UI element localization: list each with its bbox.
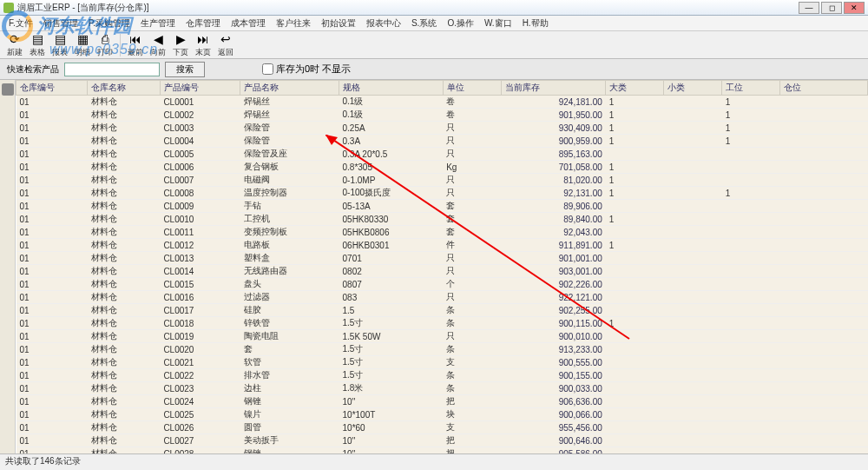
menu-item[interactable]: P.采购管理: [83, 17, 135, 30]
toolbar-button[interactable]: ▤表格: [26, 31, 49, 58]
table-row[interactable]: 01材料仓CL0016过滤器083只922,121.00: [16, 291, 868, 304]
table-row[interactable]: 01材料仓CL0012电路板06HKB0301件911,891.001: [16, 239, 868, 252]
table-row[interactable]: 01材料仓CL0004保险管0.3A只900,959.0011: [16, 135, 868, 148]
column-header[interactable]: 小类: [664, 81, 722, 96]
minimize-button[interactable]: —: [799, 2, 819, 14]
table-row[interactable]: 01材料仓CL0010工控机05HK80330套89,840.001: [16, 213, 868, 226]
menu-item[interactable]: 成本管理: [226, 17, 271, 30]
cell: 陶瓷电阻: [240, 330, 339, 343]
cell: 01: [16, 239, 88, 252]
table-row[interactable]: 01材料仓CL0003保险管0.25A只930,409.0011: [16, 122, 868, 135]
column-header[interactable]: 工位: [722, 81, 780, 96]
close-button[interactable]: ✕: [844, 2, 865, 14]
cell: 0-1.0MP: [339, 174, 444, 187]
toolbar-label: 最前: [128, 47, 143, 58]
cell: [606, 278, 664, 291]
toolbar-button[interactable]: ↩返回: [214, 31, 237, 58]
cell: [780, 317, 868, 330]
column-header[interactable]: 产品名称: [240, 81, 339, 96]
table-row[interactable]: 01材料仓CL0017硅胶1.5条902,255.00: [16, 304, 868, 317]
menu-bar: F.文件销售管理P.采购管理生产管理仓库管理成本管理客户往来初始设置报表中心S.…: [0, 16, 868, 31]
cell: 只: [443, 330, 501, 343]
table-row[interactable]: 01材料仓CL0005保险管及座0.3A 20*0.5只895,163.00: [16, 148, 868, 161]
cell: 条: [443, 343, 501, 356]
table-row[interactable]: 01材料仓CL0007电磁阀0-1.0MP只81,020.001: [16, 174, 868, 187]
toolbar-button[interactable]: ▤报表: [49, 31, 71, 58]
sidebar-nav-icon[interactable]: [2, 83, 14, 96]
toolbar-button[interactable]: ⎙打印: [94, 31, 116, 58]
table-row[interactable]: 01材料仓CL0024钢锉10"把906,636.00: [16, 395, 868, 408]
table-row[interactable]: 01材料仓CL0019陶瓷电阻1.5K 50W只900,010.00: [16, 330, 868, 343]
table-row[interactable]: 01材料仓CL0028钢锉10"把905,586.00: [16, 447, 868, 454]
column-header[interactable]: 仓库名称: [88, 81, 161, 96]
table-row[interactable]: 01材料仓CL0026圆管10*60支955,456.00: [16, 421, 868, 434]
column-header[interactable]: 仓位: [780, 81, 868, 96]
table-row[interactable]: 01材料仓CL0008温度控制器0-100摄氏度只92,131.0011: [16, 187, 868, 200]
cell: 92,043.00: [501, 226, 606, 239]
column-header[interactable]: 仓库编号: [16, 81, 88, 96]
cell: [780, 421, 868, 434]
hide-zero-checkbox-label[interactable]: 库存为0时 不显示: [262, 63, 351, 76]
column-header[interactable]: 单位: [443, 81, 501, 96]
toolbar-label: 向前: [150, 47, 166, 58]
toolbar-button[interactable]: ⟳新建: [3, 31, 26, 58]
menu-item[interactable]: 报表中心: [361, 17, 406, 30]
search-button[interactable]: 搜索: [165, 62, 205, 77]
table-row[interactable]: 01材料仓CL0013塑料盒0701只901,001.00: [16, 252, 868, 265]
column-header[interactable]: 产品编号: [160, 81, 240, 96]
menu-item[interactable]: 生产管理: [135, 17, 181, 30]
table-row[interactable]: 01材料仓CL0022排水管1.5寸条900,155.00: [16, 369, 868, 382]
toolbar-button[interactable]: ◀向前: [147, 31, 169, 58]
table-row[interactable]: 01材料仓CL0020套1.5寸条913,233.00: [16, 343, 868, 356]
table-row[interactable]: 01材料仓CL0009手钻05-13A套89,906.00: [16, 200, 868, 213]
menu-item[interactable]: S.系统: [406, 17, 442, 30]
cell: CL0015: [160, 278, 240, 291]
cell: [780, 356, 868, 369]
cell: [780, 330, 868, 343]
menu-item[interactable]: 客户往来: [271, 17, 316, 30]
toolbar-button[interactable]: ⏮最前: [124, 31, 147, 58]
search-input[interactable]: [64, 63, 160, 76]
toolbar-button[interactable]: ▶下页: [169, 31, 192, 58]
cell: 块: [443, 408, 501, 421]
cell: 保险管及座: [240, 148, 339, 161]
menu-item[interactable]: O.操作: [442, 17, 479, 30]
table-row[interactable]: 01材料仓CL0001焊锡丝0.1级卷924,181.0011: [16, 96, 868, 109]
menu-item[interactable]: W.窗口: [479, 17, 517, 30]
column-header[interactable]: 规格: [339, 81, 444, 96]
table-row[interactable]: 01材料仓CL0027美动扳手10"把900,646.00: [16, 434, 868, 447]
cell: 工控机: [240, 213, 339, 226]
menu-item[interactable]: H.帮助: [517, 17, 554, 30]
cell: 01: [16, 317, 88, 330]
toolbar-button[interactable]: ⏭末页: [192, 31, 214, 58]
toolbar-button[interactable]: ▦明细: [71, 31, 94, 58]
table-row[interactable]: 01材料仓CL0018锌铁管1.5寸条900,115.001: [16, 317, 868, 330]
table-row[interactable]: 01材料仓CL0002焊锡丝0.1级卷901,950.0011: [16, 109, 868, 122]
menu-item[interactable]: 仓库管理: [181, 17, 226, 30]
column-header[interactable]: 当前库存: [501, 81, 606, 96]
maximize-button[interactable]: ◻: [821, 2, 842, 14]
menu-item[interactable]: 销售管理: [38, 17, 83, 30]
cell: 01: [16, 343, 88, 356]
data-grid-wrapper[interactable]: 仓库编号仓库名称产品编号产品名称规格单位当前库存大类小类工位仓位 01材料仓CL…: [16, 80, 868, 453]
cell: 01: [16, 434, 88, 447]
menu-item[interactable]: 初始设置: [316, 17, 361, 30]
table-row[interactable]: 01材料仓CL0023边柱1.8米条900,033.00: [16, 382, 868, 395]
cell: CL0004: [160, 135, 240, 148]
table-row[interactable]: 01材料仓CL0014无线路由器0802只903,001.00: [16, 265, 868, 278]
table-row[interactable]: 01材料仓CL0006复合钢板0.8*305Kg701,058.001: [16, 161, 868, 174]
column-header[interactable]: 大类: [606, 81, 664, 96]
table-row[interactable]: 01材料仓CL0011变频控制板05HKB0806套92,043.00: [16, 226, 868, 239]
hide-zero-checkbox[interactable]: [262, 63, 273, 75]
table-row[interactable]: 01材料仓CL0025镍片10*100T块900,066.00: [16, 408, 868, 421]
table-row[interactable]: 01材料仓CL0015盘头0807个902,226.00: [16, 278, 868, 291]
menu-item[interactable]: F.文件: [3, 17, 38, 30]
cell: 10": [339, 434, 444, 447]
table-row[interactable]: 01材料仓CL0021软管1.5寸支900,555.00: [16, 356, 868, 369]
cell: 材料仓: [88, 317, 161, 330]
cell: [722, 278, 780, 291]
cell: 895,163.00: [501, 148, 606, 161]
cell: 焊锡丝: [240, 109, 339, 122]
cell: [664, 317, 722, 330]
cell: 材料仓: [88, 239, 161, 252]
